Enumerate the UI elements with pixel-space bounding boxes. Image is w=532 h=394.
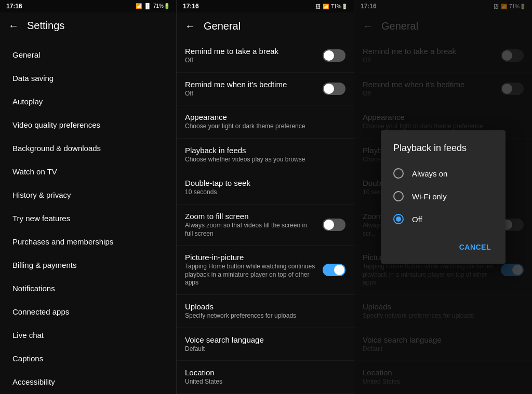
item-playback-feeds-text: Playback in feeds Choose whether videos …: [185, 146, 345, 164]
toggle-zoom-fill[interactable]: [323, 219, 345, 231]
general-panel-right: 17:16 🖼 📶 71%🔋 ← General Remind me to ta…: [354, 0, 532, 394]
general-items-middle: Remind me to take a break Off Remind me …: [177, 39, 354, 394]
general-header-middle: ← General: [177, 12, 354, 39]
item-bedtime-text: Remind me when it's bedtime Off: [185, 80, 323, 98]
dialog-option-always-on-label: Always on: [412, 169, 447, 178]
status-bar-middle: 17:16 🖼 📶 71%🔋: [177, 0, 354, 12]
dialog-title: Playback in feeds: [381, 143, 506, 162]
item-double-tap-subtitle: 10 seconds: [185, 188, 339, 197]
back-arrow-icon[interactable]: ←: [8, 20, 19, 32]
battery-icon: 71%🔋: [331, 4, 348, 9]
item-playback-feeds-title: Playback in feeds: [185, 146, 339, 155]
item-remind-break: Remind me to take a break Off: [177, 39, 354, 73]
nav-item-history-privacy[interactable]: History & privacy: [0, 183, 176, 207]
dialog-option-wifi-only-label: Wi-Fi only: [412, 192, 447, 201]
nav-item-notifications[interactable]: Notifications: [0, 277, 176, 300]
nav-item-video-quality[interactable]: Video quality preferences: [0, 113, 176, 137]
toggle-pip[interactable]: [323, 264, 345, 276]
toggle-bedtime[interactable]: [323, 83, 345, 95]
dialog-option-wifi-only[interactable]: Wi-Fi only: [381, 185, 506, 208]
settings-nav-list: General Data saving Autoplay Video quali…: [0, 39, 176, 394]
item-voice-search-text: Voice search language Default: [185, 335, 345, 354]
item-uploads[interactable]: Uploads Specify network preferences for …: [177, 295, 354, 328]
item-uploads-title: Uploads: [185, 302, 339, 311]
item-uploads-subtitle: Specify network preferences for uploads: [185, 312, 339, 320]
item-voice-search-title: Voice search language: [185, 335, 339, 344]
nav-item-general[interactable]: General: [0, 43, 176, 66]
status-icons-left: 📶 ▐▌ 71%🔋: [136, 3, 170, 9]
wifi-icon: 📶: [323, 4, 329, 9]
item-pip-text: Picture-in-picture Tapping Home button w…: [185, 253, 323, 287]
status-bar-left: 17:16 📶 ▐▌ 71%🔋: [0, 0, 176, 12]
status-time-middle: 17:16: [183, 3, 199, 10]
nav-item-watch-on-tv[interactable]: Watch on TV: [0, 160, 176, 183]
item-bedtime-subtitle: Off: [185, 90, 316, 98]
signal-icon: ▐▌: [144, 3, 151, 9]
dialog-option-off[interactable]: Off: [381, 208, 506, 230]
item-pip-title: Picture-in-picture: [185, 253, 316, 262]
item-appearance-subtitle: Choose your light or dark theme preferen…: [185, 123, 339, 131]
dialog-cancel-button[interactable]: CANCEL: [453, 239, 497, 255]
nav-item-billing[interactable]: Billing & payments: [0, 253, 176, 277]
wifi-icon: 📶: [136, 3, 142, 9]
item-playback-feeds[interactable]: Playback in feeds Choose whether videos …: [177, 139, 354, 172]
nav-item-captions[interactable]: Captions: [0, 347, 176, 370]
settings-title: Settings: [27, 20, 64, 32]
item-location-text: Location United States: [185, 368, 345, 386]
item-location-title: Location: [185, 368, 339, 377]
general-title-middle: General: [204, 20, 241, 32]
item-zoom-fill: Zoom to fill screen Always zoom so that …: [177, 205, 354, 246]
status-time-left: 17:16: [6, 3, 22, 10]
item-voice-search[interactable]: Voice search language Default: [177, 328, 354, 361]
item-zoom-fill-subtitle: Always zoom so that videos fill the scre…: [185, 222, 316, 238]
battery-icon: 71%🔋: [153, 3, 170, 9]
nav-item-live-chat[interactable]: Live chat: [0, 323, 176, 347]
item-playback-feeds-subtitle: Choose whether videos play as you browse: [185, 156, 339, 164]
item-appearance-text: Appearance Choose your light or dark the…: [185, 113, 345, 131]
item-remind-break-subtitle: Off: [185, 57, 316, 65]
item-location[interactable]: Location United States: [177, 361, 354, 394]
item-appearance-title: Appearance: [185, 113, 339, 121]
radio-always-on[interactable]: [393, 168, 404, 179]
item-remind-break-text: Remind me to take a break Off: [185, 47, 323, 65]
radio-off[interactable]: [393, 214, 404, 224]
nav-item-accessibility[interactable]: Accessibility: [0, 370, 176, 393]
item-uploads-text: Uploads Specify network preferences for …: [185, 302, 345, 320]
nav-item-background-downloads[interactable]: Background & downloads: [0, 137, 176, 160]
photo-icon: 🖼: [315, 4, 321, 9]
item-double-tap[interactable]: Double-tap to seek 10 seconds: [177, 171, 354, 205]
item-double-tap-text: Double-tap to seek 10 seconds: [185, 179, 345, 197]
nav-item-data-saving[interactable]: Data saving: [0, 66, 176, 90]
settings-panel: 17:16 📶 ▐▌ 71%🔋 ← Settings General Data …: [0, 0, 177, 394]
dialog-overlay: Playback in feeds Always on Wi-Fi only O…: [354, 0, 532, 394]
nav-item-autoplay[interactable]: Autoplay: [0, 90, 176, 113]
status-icons-middle: 🖼 📶 71%🔋: [315, 4, 348, 9]
radio-off-inner: [396, 216, 401, 222]
general-panel-middle: 17:16 🖼 📶 71%🔋 ← General Remind me to ta…: [177, 0, 354, 394]
dialog-option-off-label: Off: [412, 215, 422, 224]
settings-header: ← Settings: [0, 12, 176, 39]
item-voice-search-subtitle: Default: [185, 345, 339, 354]
item-location-subtitle: United States: [185, 378, 339, 386]
item-appearance[interactable]: Appearance Choose your light or dark the…: [177, 105, 354, 139]
item-double-tap-title: Double-tap to seek: [185, 179, 339, 187]
dialog-option-always-on[interactable]: Always on: [381, 162, 506, 185]
toggle-remind-break[interactable]: [323, 49, 345, 62]
item-zoom-fill-text: Zoom to fill screen Always zoom so that …: [185, 212, 323, 238]
item-remind-break-title: Remind me to take a break: [185, 47, 316, 56]
item-pip: Picture-in-picture Tapping Home button w…: [177, 246, 354, 295]
radio-wifi-only[interactable]: [393, 191, 404, 201]
item-zoom-fill-title: Zoom to fill screen: [185, 212, 316, 221]
playback-feeds-dialog: Playback in feeds Always on Wi-Fi only O…: [381, 130, 506, 264]
item-pip-subtitle: Tapping Home button while watching conti…: [185, 263, 316, 287]
nav-item-try-new-features[interactable]: Try new features: [0, 207, 176, 230]
nav-item-connected-apps[interactable]: Connected apps: [0, 300, 176, 323]
nav-item-purchases[interactable]: Purchases and memberships: [0, 230, 176, 253]
back-arrow-middle[interactable]: ←: [185, 20, 195, 32]
dialog-actions: CANCEL: [381, 235, 506, 260]
item-bedtime: Remind me when it's bedtime Off: [177, 73, 354, 106]
item-bedtime-title: Remind me when it's bedtime: [185, 80, 316, 89]
